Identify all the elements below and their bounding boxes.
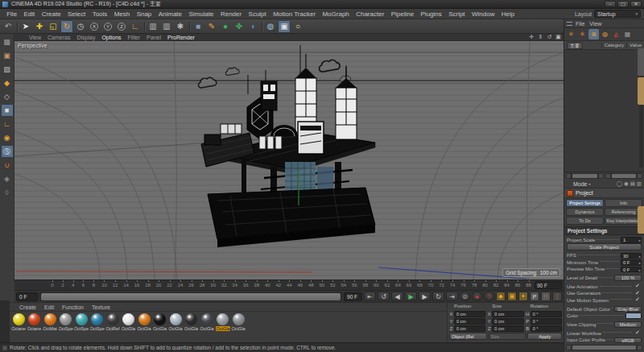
edge-mode-button[interactable]: ◇: [1, 90, 14, 103]
material-preview[interactable]: [185, 313, 197, 325]
viewport-menu-item[interactable]: Panel: [143, 35, 164, 40]
end-frame-field[interactable]: 90 F: [344, 292, 362, 301]
coordinate-system-button[interactable]: ∟: [129, 20, 142, 33]
field-value[interactable]: [625, 313, 642, 319]
undo-button[interactable]: ↶: [2, 20, 14, 33]
menu-item[interactable]: Mesh: [111, 10, 134, 18]
position-field[interactable]: 0 cm: [454, 325, 485, 332]
search-icon[interactable]: ◯: [617, 180, 622, 187]
size-field[interactable]: 0 cm: [492, 311, 523, 317]
menu-item[interactable]: Snap: [133, 10, 155, 18]
add-mograph-button[interactable]: ✤: [233, 20, 246, 33]
render-settings-button[interactable]: ✱: [174, 20, 187, 33]
minimize-button[interactable]: –: [605, 1, 616, 7]
menu-item[interactable]: Help: [498, 10, 518, 18]
material-item[interactable]: OctSpe: [90, 313, 105, 331]
field-value[interactable]: 0 F: [621, 259, 642, 266]
field-value[interactable]: 30: [621, 253, 642, 259]
menu-item[interactable]: Animate: [155, 10, 186, 18]
scale-tool[interactable]: ◱: [47, 20, 60, 33]
menu-item[interactable]: Sculpt: [245, 10, 270, 18]
last-tool[interactable]: ◷: [74, 20, 87, 33]
lock-y-axis-button[interactable]: Y: [101, 20, 114, 33]
key-pla-button[interactable]: ∷: [541, 292, 551, 301]
viewport-filter-button[interactable]: ◉: [1, 131, 14, 144]
material-preview[interactable]: [60, 313, 72, 325]
menu-item[interactable]: Script: [445, 10, 469, 18]
material-item[interactable]: OctRef: [105, 313, 120, 331]
material-menu-item[interactable]: Edit: [41, 304, 57, 310]
attribute-tab[interactable]: Referencing: [605, 208, 642, 216]
field-value[interactable]: Medium: [614, 321, 642, 328]
toolbar-separator[interactable]: [260, 20, 263, 33]
rotate-tool[interactable]: ↻: [60, 20, 73, 33]
om-render-icon[interactable]: ◭: [611, 29, 621, 39]
attr-mode-menu[interactable]: Mode: [573, 181, 588, 187]
material-item[interactable]: Octane: [27, 313, 42, 331]
menu-item[interactable]: Window: [469, 10, 498, 18]
play-backward-button[interactable]: ◀: [391, 292, 403, 301]
om-horizontal-scrollbar[interactable]: [566, 173, 604, 179]
material-preview[interactable]: [122, 313, 134, 325]
field-value[interactable]: Scale Project: [567, 243, 642, 251]
move-tool[interactable]: ✚: [33, 20, 46, 33]
toolbar-separator[interactable]: [188, 20, 191, 33]
lock-z-axis-button[interactable]: Z: [115, 20, 128, 33]
viewport-menu-item[interactable]: View: [26, 35, 44, 40]
record-keyframe-button[interactable]: ⊘: [460, 292, 470, 301]
menu-item[interactable]: File: [3, 10, 20, 18]
om-file-menu[interactable]: File: [574, 21, 586, 27]
material-preview[interactable]: [154, 313, 166, 325]
add-camera-button[interactable]: ▣: [278, 20, 291, 33]
panel-icon[interactable]: ▥: [637, 180, 642, 187]
points-mode-button[interactable]: ◆: [1, 77, 14, 89]
attribute-object-row[interactable]: Project: [564, 188, 644, 198]
field-value[interactable]: ✓: [634, 291, 642, 297]
field-value[interactable]: ✓: [634, 284, 642, 290]
field-value[interactable]: 0 F: [621, 267, 642, 273]
material-item[interactable]: OctMat: [43, 313, 57, 331]
attribute-horizontal-scrollbar[interactable]: [566, 345, 642, 350]
material-item[interactable]: OctGla: [168, 313, 183, 331]
menu-item[interactable]: Simulate: [185, 10, 217, 18]
field-value[interactable]: ✓: [634, 330, 642, 337]
viewport-menu-item[interactable]: ProRender: [164, 35, 198, 40]
attribute-tab[interactable]: Key Interpolation: [605, 217, 642, 225]
attribute-tab[interactable]: Project Settings: [566, 199, 604, 207]
magnet-button[interactable]: ∪: [1, 159, 14, 172]
material-item[interactable]: OctGla: [122, 313, 136, 331]
viewport-menu-item[interactable]: Cameras: [44, 35, 73, 40]
coord-size-dropdown[interactable]: Size: [489, 333, 526, 340]
history-icon[interactable]: ▤: [630, 180, 635, 187]
panel-menu-icon[interactable]: [567, 182, 572, 185]
material-item[interactable]: OctGla: [231, 313, 246, 331]
material-preview[interactable]: [107, 313, 119, 325]
perspective-viewport[interactable]: Perspective Grid Spacing: 100 cm: [14, 41, 564, 280]
menu-item[interactable]: Pipeline: [387, 10, 417, 18]
menu-item[interactable]: Edit: [20, 10, 38, 18]
category-column-header[interactable]: Category: [601, 43, 626, 48]
vertical-tab[interactable]: [638, 206, 644, 234]
field-value[interactable]: Gray-Blue: [614, 306, 642, 313]
polygon-mode-button[interactable]: ■: [1, 104, 14, 117]
keying-panel-button[interactable]: ⋮: [552, 292, 562, 301]
object-manager-list[interactable]: [564, 50, 644, 172]
viewport-menu-item[interactable]: Display: [73, 35, 98, 40]
keyframe-selection-button[interactable]: ?: [484, 292, 494, 301]
viewport-canvas[interactable]: [14, 41, 564, 280]
om-grid-icon[interactable]: ▦: [622, 29, 633, 39]
field-value[interactable]: sRGB: [614, 338, 642, 344]
om-horizontal-scrollbar-2[interactable]: [605, 173, 643, 179]
material-preview[interactable]: [170, 313, 182, 325]
material-item[interactable]: Octane: [11, 313, 26, 331]
coord-mode-dropdown[interactable]: Object (Rel: [449, 333, 487, 340]
menu-item[interactable]: Plugins: [417, 10, 445, 18]
lock-x-axis-button[interactable]: X: [88, 20, 101, 33]
autokey-button[interactable]: ●: [472, 292, 482, 301]
material-preview[interactable]: [13, 313, 25, 325]
zoom-icon[interactable]: ⇕: [537, 34, 544, 40]
om-sound-icon[interactable]: ◍: [600, 29, 610, 39]
material-item[interactable]: OctGla: [153, 313, 167, 331]
rotation-field[interactable]: 0 °: [530, 325, 562, 332]
make-editable-button[interactable]: ▩: [1, 35, 14, 48]
